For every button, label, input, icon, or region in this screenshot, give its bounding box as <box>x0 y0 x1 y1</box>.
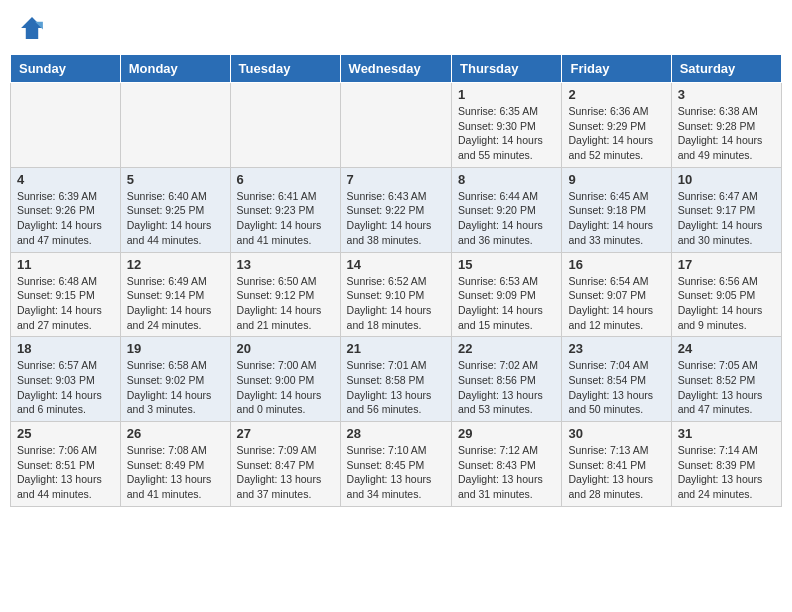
day-number: 19 <box>127 341 224 356</box>
day-number: 2 <box>568 87 664 102</box>
calendar-cell: 27Sunrise: 7:09 AM Sunset: 8:47 PM Dayli… <box>230 422 340 507</box>
calendar-week-row: 11Sunrise: 6:48 AM Sunset: 9:15 PM Dayli… <box>11 252 782 337</box>
calendar-cell: 14Sunrise: 6:52 AM Sunset: 9:10 PM Dayli… <box>340 252 451 337</box>
day-info: Sunrise: 7:05 AM Sunset: 8:52 PM Dayligh… <box>678 358 775 417</box>
logo <box>18 14 48 42</box>
weekday-header-friday: Friday <box>562 55 671 83</box>
calendar-header-row: SundayMondayTuesdayWednesdayThursdayFrid… <box>11 55 782 83</box>
day-info: Sunrise: 6:52 AM Sunset: 9:10 PM Dayligh… <box>347 274 445 333</box>
calendar-cell: 26Sunrise: 7:08 AM Sunset: 8:49 PM Dayli… <box>120 422 230 507</box>
calendar-cell <box>120 83 230 168</box>
weekday-header-wednesday: Wednesday <box>340 55 451 83</box>
day-number: 4 <box>17 172 114 187</box>
day-number: 14 <box>347 257 445 272</box>
calendar-week-row: 1Sunrise: 6:35 AM Sunset: 9:30 PM Daylig… <box>11 83 782 168</box>
calendar-cell: 21Sunrise: 7:01 AM Sunset: 8:58 PM Dayli… <box>340 337 451 422</box>
day-info: Sunrise: 6:58 AM Sunset: 9:02 PM Dayligh… <box>127 358 224 417</box>
calendar-cell: 30Sunrise: 7:13 AM Sunset: 8:41 PM Dayli… <box>562 422 671 507</box>
calendar-week-row: 18Sunrise: 6:57 AM Sunset: 9:03 PM Dayli… <box>11 337 782 422</box>
day-info: Sunrise: 6:53 AM Sunset: 9:09 PM Dayligh… <box>458 274 555 333</box>
calendar-cell: 3Sunrise: 6:38 AM Sunset: 9:28 PM Daylig… <box>671 83 781 168</box>
calendar-cell: 31Sunrise: 7:14 AM Sunset: 8:39 PM Dayli… <box>671 422 781 507</box>
calendar-cell: 16Sunrise: 6:54 AM Sunset: 9:07 PM Dayli… <box>562 252 671 337</box>
calendar-cell: 5Sunrise: 6:40 AM Sunset: 9:25 PM Daylig… <box>120 167 230 252</box>
day-number: 15 <box>458 257 555 272</box>
day-number: 25 <box>17 426 114 441</box>
day-number: 7 <box>347 172 445 187</box>
calendar-cell: 24Sunrise: 7:05 AM Sunset: 8:52 PM Dayli… <box>671 337 781 422</box>
day-number: 20 <box>237 341 334 356</box>
day-info: Sunrise: 6:50 AM Sunset: 9:12 PM Dayligh… <box>237 274 334 333</box>
calendar-cell: 1Sunrise: 6:35 AM Sunset: 9:30 PM Daylig… <box>452 83 562 168</box>
calendar-table: SundayMondayTuesdayWednesdayThursdayFrid… <box>10 54 782 507</box>
day-info: Sunrise: 6:41 AM Sunset: 9:23 PM Dayligh… <box>237 189 334 248</box>
calendar-cell: 15Sunrise: 6:53 AM Sunset: 9:09 PM Dayli… <box>452 252 562 337</box>
calendar-cell: 19Sunrise: 6:58 AM Sunset: 9:02 PM Dayli… <box>120 337 230 422</box>
day-number: 16 <box>568 257 664 272</box>
day-number: 22 <box>458 341 555 356</box>
calendar-week-row: 4Sunrise: 6:39 AM Sunset: 9:26 PM Daylig… <box>11 167 782 252</box>
day-info: Sunrise: 7:00 AM Sunset: 9:00 PM Dayligh… <box>237 358 334 417</box>
day-number: 9 <box>568 172 664 187</box>
day-number: 5 <box>127 172 224 187</box>
weekday-header-monday: Monday <box>120 55 230 83</box>
day-info: Sunrise: 6:47 AM Sunset: 9:17 PM Dayligh… <box>678 189 775 248</box>
day-info: Sunrise: 7:10 AM Sunset: 8:45 PM Dayligh… <box>347 443 445 502</box>
day-info: Sunrise: 6:48 AM Sunset: 9:15 PM Dayligh… <box>17 274 114 333</box>
calendar-cell: 4Sunrise: 6:39 AM Sunset: 9:26 PM Daylig… <box>11 167 121 252</box>
day-info: Sunrise: 7:01 AM Sunset: 8:58 PM Dayligh… <box>347 358 445 417</box>
day-info: Sunrise: 6:36 AM Sunset: 9:29 PM Dayligh… <box>568 104 664 163</box>
day-number: 6 <box>237 172 334 187</box>
day-number: 10 <box>678 172 775 187</box>
calendar-cell: 25Sunrise: 7:06 AM Sunset: 8:51 PM Dayli… <box>11 422 121 507</box>
calendar-cell <box>340 83 451 168</box>
calendar-cell <box>11 83 121 168</box>
day-info: Sunrise: 7:02 AM Sunset: 8:56 PM Dayligh… <box>458 358 555 417</box>
day-info: Sunrise: 7:12 AM Sunset: 8:43 PM Dayligh… <box>458 443 555 502</box>
svg-marker-0 <box>21 17 43 39</box>
weekday-header-tuesday: Tuesday <box>230 55 340 83</box>
day-info: Sunrise: 6:39 AM Sunset: 9:26 PM Dayligh… <box>17 189 114 248</box>
day-info: Sunrise: 7:09 AM Sunset: 8:47 PM Dayligh… <box>237 443 334 502</box>
day-info: Sunrise: 7:13 AM Sunset: 8:41 PM Dayligh… <box>568 443 664 502</box>
calendar-cell: 12Sunrise: 6:49 AM Sunset: 9:14 PM Dayli… <box>120 252 230 337</box>
day-number: 17 <box>678 257 775 272</box>
day-number: 30 <box>568 426 664 441</box>
day-info: Sunrise: 6:54 AM Sunset: 9:07 PM Dayligh… <box>568 274 664 333</box>
day-number: 29 <box>458 426 555 441</box>
day-info: Sunrise: 6:35 AM Sunset: 9:30 PM Dayligh… <box>458 104 555 163</box>
day-number: 27 <box>237 426 334 441</box>
day-info: Sunrise: 6:45 AM Sunset: 9:18 PM Dayligh… <box>568 189 664 248</box>
day-number: 3 <box>678 87 775 102</box>
weekday-header-saturday: Saturday <box>671 55 781 83</box>
calendar-cell: 2Sunrise: 6:36 AM Sunset: 9:29 PM Daylig… <box>562 83 671 168</box>
calendar-cell: 8Sunrise: 6:44 AM Sunset: 9:20 PM Daylig… <box>452 167 562 252</box>
page-header <box>10 10 782 46</box>
day-number: 12 <box>127 257 224 272</box>
calendar-cell: 9Sunrise: 6:45 AM Sunset: 9:18 PM Daylig… <box>562 167 671 252</box>
calendar-cell: 28Sunrise: 7:10 AM Sunset: 8:45 PM Dayli… <box>340 422 451 507</box>
day-info: Sunrise: 6:43 AM Sunset: 9:22 PM Dayligh… <box>347 189 445 248</box>
day-info: Sunrise: 7:06 AM Sunset: 8:51 PM Dayligh… <box>17 443 114 502</box>
logo-icon <box>18 14 46 42</box>
weekday-header-thursday: Thursday <box>452 55 562 83</box>
day-number: 24 <box>678 341 775 356</box>
day-number: 28 <box>347 426 445 441</box>
calendar-cell: 22Sunrise: 7:02 AM Sunset: 8:56 PM Dayli… <box>452 337 562 422</box>
day-info: Sunrise: 6:57 AM Sunset: 9:03 PM Dayligh… <box>17 358 114 417</box>
calendar-cell: 13Sunrise: 6:50 AM Sunset: 9:12 PM Dayli… <box>230 252 340 337</box>
day-number: 18 <box>17 341 114 356</box>
weekday-header-sunday: Sunday <box>11 55 121 83</box>
day-number: 13 <box>237 257 334 272</box>
day-number: 26 <box>127 426 224 441</box>
day-number: 1 <box>458 87 555 102</box>
calendar-cell: 29Sunrise: 7:12 AM Sunset: 8:43 PM Dayli… <box>452 422 562 507</box>
calendar-cell: 20Sunrise: 7:00 AM Sunset: 9:00 PM Dayli… <box>230 337 340 422</box>
calendar-cell: 6Sunrise: 6:41 AM Sunset: 9:23 PM Daylig… <box>230 167 340 252</box>
calendar-cell: 11Sunrise: 6:48 AM Sunset: 9:15 PM Dayli… <box>11 252 121 337</box>
calendar-cell: 17Sunrise: 6:56 AM Sunset: 9:05 PM Dayli… <box>671 252 781 337</box>
calendar-week-row: 25Sunrise: 7:06 AM Sunset: 8:51 PM Dayli… <box>11 422 782 507</box>
day-info: Sunrise: 6:49 AM Sunset: 9:14 PM Dayligh… <box>127 274 224 333</box>
calendar-cell: 7Sunrise: 6:43 AM Sunset: 9:22 PM Daylig… <box>340 167 451 252</box>
day-number: 11 <box>17 257 114 272</box>
